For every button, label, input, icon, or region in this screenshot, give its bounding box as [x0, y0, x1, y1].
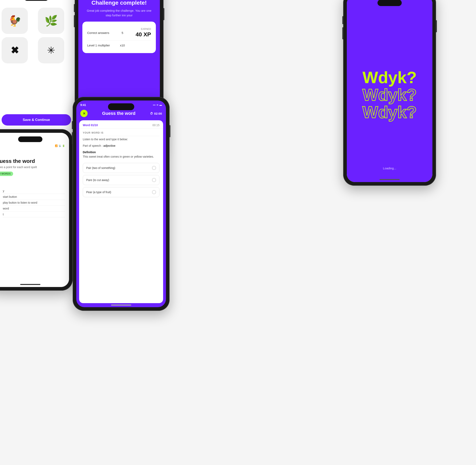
game-content-card: Word 01/10 00:15 YOUR WORD IS Listen to …: [79, 120, 163, 303]
earned-label: EARNED: [141, 28, 151, 31]
xp-value: 40 XP: [136, 31, 151, 38]
info-list: y start button play button to listen to …: [0, 188, 65, 217]
icons-screen: 🐓 🌿 ✖ ✳ Save & Continue: [0, 0, 75, 138]
multiplier-row: Level 1 multiplier x10: [87, 42, 151, 48]
info-item-1: start button: [3, 194, 65, 200]
word-progress-label: Word 01/10: [83, 124, 98, 127]
loading-text: Loading...: [383, 167, 396, 170]
icon-plant: 🌿: [38, 8, 64, 34]
info-list-section: y start button play button to listen to …: [0, 188, 65, 217]
phone-info: 📶 📡 🔋 Guess the word Score a point for e…: [0, 129, 73, 291]
phone4-notch: [18, 137, 42, 142]
correct-answers-row: Correct answers 5 EARNED 40 XP: [87, 26, 151, 39]
pos-value: adjective: [103, 144, 116, 147]
home-indicator-4: [20, 284, 40, 285]
options-list: Pair (two of something) Pare (to cut awa…: [79, 161, 163, 201]
status-icons-4: 📶 📡 🔋: [55, 145, 65, 147]
home-indicator-3: [380, 179, 400, 180]
game-info-section: Guess the word Score a point for each wo…: [0, 158, 65, 176]
info-screen: 📶 📡 🔋 Guess the word Score a point for e…: [0, 133, 69, 287]
phone4-screen: 📶 📡 🔋 Guess the word Score a point for e…: [0, 133, 69, 287]
save-continue-button[interactable]: Save & Continue: [2, 114, 71, 126]
option-text-0: Pair (two of something): [86, 166, 115, 169]
word-progress-row: Word 01/10 00:15: [79, 120, 163, 128]
timer-icon: ⏱: [150, 112, 153, 115]
option-radio-1: [152, 178, 156, 182]
option-text-2: Pear (a type of fruit): [86, 190, 111, 194]
phone-game: 9:41 ▪▪▪ ≋ ▬ ✕ Guess the word ⏱ 02:00: [73, 97, 169, 311]
definition-text: This sweet treat often comes in green or…: [83, 155, 159, 159]
wdyk-text-block: Wdyk? Wdyk? Wdyk?: [362, 69, 417, 121]
word-timer: 00:15: [152, 124, 159, 127]
info-item-2: play button to listen to word: [3, 200, 65, 206]
phone3-notch: [378, 0, 402, 6]
game-screen: 9:41 ▪▪▪ ≋ ▬ ✕ Guess the word ⏱ 02:00: [76, 101, 166, 307]
challenge-card: Correct answers 5 EARNED 40 XP Level 1 m…: [82, 21, 156, 53]
challenge-title: Challenge complete!: [84, 0, 154, 6]
phone3-screen: Wdyk? Wdyk? Wdyk? Loading...: [347, 0, 432, 182]
info-item-3: word: [3, 206, 65, 211]
option-0[interactable]: Pair (two of something): [83, 163, 159, 173]
your-word-label: YOUR WORD IS: [79, 128, 163, 136]
option-radio-0: [152, 166, 156, 170]
definition-section: Definition This sweet treat often comes …: [79, 149, 163, 161]
option-1[interactable]: Pare (to cut away): [83, 175, 159, 185]
icons-grid: 🐓 🌿 ✖ ✳: [2, 8, 71, 63]
challenge-header: Challenge complete! Great job completing…: [78, 0, 160, 21]
option-2[interactable]: Pear (a type of fruit): [83, 187, 159, 197]
battery-icon-4: 🔋: [62, 145, 65, 147]
wdyk-line2: Wdyk?: [362, 86, 417, 104]
divider: [87, 41, 151, 41]
pos-label: Part of speech :: [83, 144, 103, 147]
wdyk-line1: Wdyk?: [362, 69, 417, 86]
correct-answers-value: 5: [122, 31, 123, 34]
option-radio-2: [152, 190, 156, 194]
phone5-notch: [108, 103, 134, 110]
wdyk-line3: Wdyk?: [362, 104, 417, 121]
multiplier-label: Level 1 multiplier: [87, 43, 110, 47]
multiplier-value: x10: [120, 43, 125, 47]
option-text-1: Pare (to cut away): [86, 179, 109, 182]
wifi-icon-4: 📡: [59, 145, 61, 147]
battery-5: ▬: [159, 104, 162, 106]
home-indicator-5: [111, 305, 131, 306]
definition-label: Definition: [83, 150, 159, 154]
timer-value: 02:00: [154, 112, 162, 115]
timer-display: ⏱ 02:00: [150, 112, 162, 115]
close-button[interactable]: ✕: [80, 110, 88, 117]
game-title-5: Guess the word: [102, 111, 136, 116]
listen-instruction: Listen to the word and type it below:: [79, 136, 163, 142]
signal-5: ▪▪▪: [153, 104, 155, 106]
status-icons-5: ▪▪▪ ≋ ▬: [153, 104, 162, 106]
phone1-notch: [24, 0, 48, 1]
phone-wdyk: Wdyk? Wdyk? Wdyk? Loading...: [343, 0, 436, 186]
status-time-5: 9:41: [80, 103, 86, 106]
part-of-speech: Part of speech : adjective: [79, 142, 163, 149]
info-item-0: y: [3, 188, 65, 194]
phone3-notch-area: [347, 0, 432, 8]
icon-cross: ✖: [2, 37, 28, 63]
challenge-subtitle: Great job completing the challenge. You …: [84, 9, 154, 18]
wifi-5: ≋: [157, 104, 159, 106]
icon-bird: 🐓: [2, 8, 28, 34]
xp-row: EARNED 40 XP: [136, 28, 151, 38]
info-item-4: t: [3, 211, 65, 217]
wdyk-screen: Wdyk? Wdyk? Wdyk? Loading...: [347, 0, 432, 182]
phone5-screen: 9:41 ▪▪▪ ≋ ▬ ✕ Guess the word ⏱ 02:00: [76, 101, 166, 307]
signal-icon-4: 📶: [55, 145, 58, 147]
icon-asterisk: ✳: [38, 37, 64, 63]
phone-icons: 🐓 🌿 ✖ ✳ Save & Continue: [0, 0, 79, 141]
game-subtitle-4: Score a point for each word spelt: [0, 166, 65, 169]
words-badge: 10 WORDS: [0, 171, 13, 176]
phone1-screen: 🐓 🌿 ✖ ✳ Save & Continue: [0, 0, 75, 138]
game-title-4: Guess the word: [0, 158, 65, 164]
correct-answers-label: Correct answers: [87, 31, 109, 34]
